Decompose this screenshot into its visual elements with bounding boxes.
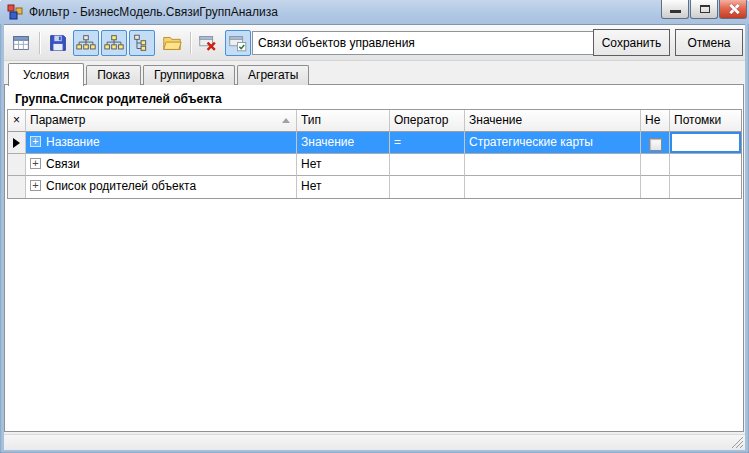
descendants-cell[interactable] — [670, 154, 741, 176]
expand-icon[interactable]: + — [30, 136, 41, 147]
minimize-button[interactable] — [661, 0, 689, 19]
conditions-tab-page: Группа.Список родителей объекта × Параме… — [4, 84, 744, 432]
save-icon[interactable] — [45, 30, 71, 56]
titlebar[interactable]: Фильтр - БизнесМодель.СвязиГруппАнализа — [0, 0, 749, 24]
type-cell[interactable]: Нет — [297, 176, 390, 198]
value-cell[interactable] — [465, 176, 641, 198]
filter-dialog-window: Фильтр - БизнесМодель.СвязиГруппАнализа — [0, 0, 749, 453]
open-folder-icon[interactable] — [159, 30, 185, 56]
maximize-button[interactable] — [690, 0, 718, 19]
value-cell[interactable] — [465, 154, 641, 176]
client-area: Связи объектов управления … Сохранить От… — [4, 24, 745, 449]
not-cell[interactable] — [641, 132, 670, 154]
toolbar-separator — [39, 32, 40, 54]
expand-icon[interactable]: + — [30, 158, 41, 169]
descendants-cell[interactable] — [670, 132, 741, 154]
conditions-grid: × Параметр Тип Оператор Значение Не Пото… — [7, 109, 742, 199]
org-chart-grouped-icon[interactable] — [101, 30, 127, 56]
not-checkbox[interactable] — [649, 138, 662, 151]
tab-gruppirovka[interactable]: Группировка — [143, 65, 235, 85]
not-cell[interactable] — [641, 176, 670, 198]
sort-ascending-icon — [282, 118, 290, 123]
column-header-operator[interactable]: Оператор — [390, 110, 465, 132]
tree-view-icon[interactable] — [129, 30, 155, 56]
toolbar: Связи объектов управления … Сохранить От… — [4, 25, 745, 61]
table-row[interactable]: +Название Значение = Стратегические карт… — [8, 132, 741, 154]
value-cell[interactable]: Стратегические карты — [465, 132, 641, 154]
status-strip — [4, 434, 745, 450]
column-header-not[interactable]: Не — [641, 110, 670, 132]
row-header-cell[interactable] — [8, 176, 26, 198]
cancel-button[interactable]: Отмена — [675, 29, 743, 56]
grid-filter-icon[interactable] — [8, 30, 34, 56]
row-header-cell[interactable] — [8, 132, 26, 154]
grid-header-row: × Параметр Тип Оператор Значение Не Пото… — [8, 110, 741, 132]
tab-agregaty[interactable]: Агрегаты — [237, 65, 309, 85]
remove-filter-icon[interactable] — [195, 30, 221, 56]
parameter-cell[interactable]: +Название — [26, 132, 297, 154]
window-title: Фильтр - БизнесМодель.СвязиГруппАнализа — [29, 5, 278, 19]
expand-icon[interactable]: + — [30, 180, 41, 191]
operator-cell[interactable]: = — [390, 132, 465, 154]
close-button[interactable] — [719, 0, 747, 19]
resize-grip[interactable] — [731, 436, 744, 449]
app-icon — [7, 4, 23, 20]
column-header-parameter[interactable]: Параметр — [26, 110, 297, 132]
minimize-icon — [670, 10, 681, 13]
tab-pokaz[interactable]: Показ — [86, 65, 141, 85]
column-header-value[interactable]: Значение — [465, 110, 641, 132]
corner-header-cell[interactable]: × — [8, 110, 26, 132]
descendants-cell[interactable] — [670, 176, 741, 198]
filter-name-combobox[interactable]: Связи объектов управления … — [252, 31, 632, 55]
tab-usloviya[interactable]: Условия — [8, 63, 84, 86]
column-header-type[interactable]: Тип — [297, 110, 390, 132]
parameter-cell[interactable]: +Список родителей объекта — [26, 176, 297, 198]
toolbar-separator — [190, 32, 191, 54]
tabstrip: Условия Показ Группировка Агрегаты — [8, 62, 311, 85]
apply-filter-icon[interactable] — [225, 30, 251, 56]
not-cell[interactable] — [641, 154, 670, 176]
row-header-cell[interactable] — [8, 154, 26, 176]
close-icon — [720, 0, 746, 18]
filter-name-value: Связи объектов управления — [253, 36, 608, 50]
table-row[interactable]: +Связи Нет — [8, 154, 741, 176]
group-header: Группа.Список родителей объекта — [15, 92, 222, 106]
table-row[interactable]: +Список родителей объекта Нет — [8, 176, 741, 198]
maximize-icon — [700, 5, 710, 13]
org-chart-flat-icon[interactable] — [73, 30, 99, 56]
operator-cell[interactable] — [390, 176, 465, 198]
column-header-descendants[interactable]: Потомки — [670, 110, 741, 132]
parameter-cell[interactable]: +Связи — [26, 154, 297, 176]
save-button[interactable]: Сохранить — [593, 29, 670, 56]
operator-cell[interactable] — [390, 154, 465, 176]
type-cell[interactable]: Значение — [297, 132, 390, 154]
type-cell[interactable]: Нет — [297, 154, 390, 176]
current-row-indicator — [13, 138, 20, 148]
